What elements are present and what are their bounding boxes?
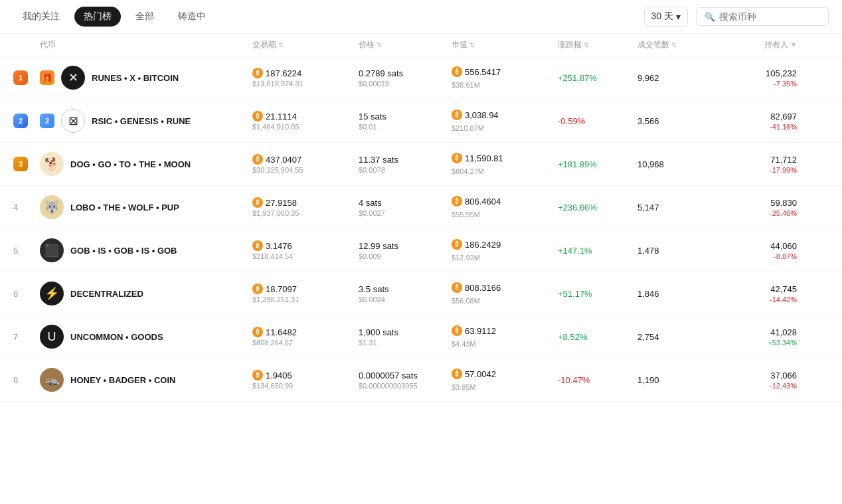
price-main: 0.2789 sats bbox=[359, 68, 452, 78]
table-row[interactable]: 3 🐕 DOG • GO • TO • THE • MOON ₿ 437.040… bbox=[0, 143, 842, 186]
holders-cell: 71,712 -17.99% bbox=[704, 155, 797, 174]
holders-cell: 42,745 -14.42% bbox=[704, 284, 797, 303]
coin-icon: ⬛ bbox=[40, 238, 64, 262]
holders-main: 105,232 bbox=[704, 68, 797, 78]
table-row[interactable]: 2 2 ⊠ RSIC • GENESIS • RUNE ₿ 21.1114 $1… bbox=[0, 100, 842, 143]
volume-main: 1.9405 bbox=[266, 371, 292, 380]
trades-cell: 9,962 bbox=[637, 73, 704, 83]
volume-main: 3.1476 bbox=[266, 241, 292, 251]
rank-cell-5: 5 bbox=[13, 246, 40, 256]
coin-cell: 🎁 ✕ RUNES • X • BITCOIN bbox=[40, 66, 252, 90]
btc-icon-mktcap: ₿ bbox=[452, 153, 462, 163]
trades-sort-icon: ⇅ bbox=[671, 41, 677, 48]
price-sub: $0.009 bbox=[359, 252, 452, 260]
col-mktcap[interactable]: 市值 ⇅ bbox=[452, 39, 558, 50]
change-cell: -10.47% bbox=[558, 375, 637, 385]
holders-cell: 59,830 -25.46% bbox=[704, 198, 797, 217]
table-row[interactable]: 7 U UNCOMMON • GOODS ₿ 11.6482 $808,264.… bbox=[0, 315, 842, 359]
time-period-select[interactable]: 30 天 ▾ bbox=[644, 7, 688, 27]
change-cell: -0.59% bbox=[558, 116, 637, 126]
time-period-label: 30 天 bbox=[651, 11, 673, 23]
mktcap-cell: ₿ 57.0042 $3.95M bbox=[452, 369, 558, 391]
col-rank bbox=[13, 39, 40, 50]
btc-icon-mktcap: ₿ bbox=[452, 325, 462, 336]
table-body: 1 🎁 ✕ RUNES • X • BITCOIN ₿ 187.6224 $13… bbox=[0, 56, 842, 402]
chevron-down-icon: ▾ bbox=[676, 11, 681, 22]
holders-main: 41,028 bbox=[704, 327, 797, 337]
volume-sub: $134,650.99 bbox=[252, 382, 359, 390]
btc-icon: ₿ bbox=[252, 68, 263, 78]
volume-cell: ₿ 11.6482 $808,264.67 bbox=[252, 327, 359, 347]
search-icon: 🔍 bbox=[705, 12, 715, 22]
price-main: 3.5 sats bbox=[359, 284, 452, 294]
mktcap-main: 186.2429 bbox=[465, 240, 501, 250]
coin-name: DECENTRALIZED bbox=[70, 289, 143, 299]
table-row[interactable]: 1 🎁 ✕ RUNES • X • BITCOIN ₿ 187.6224 $13… bbox=[0, 56, 842, 100]
tab-my-watch[interactable]: 我的关注 bbox=[13, 7, 69, 27]
rank-cell-3: 3 bbox=[13, 157, 40, 171]
rank-cell-8: 8 bbox=[13, 375, 40, 385]
mktcap-cell: ₿ 808.3166 $56.08M bbox=[452, 282, 558, 305]
mktcap-cell: ₿ 3,038.94 $210.87M bbox=[452, 110, 558, 132]
mktcap-cell: ₿ 63.9112 $4.43M bbox=[452, 325, 558, 348]
table-row[interactable]: 5 ⬛ GOB • IS • GOB • IS • GOB ₿ 3.1476 $… bbox=[0, 229, 842, 272]
coin-icon: 🦡 bbox=[40, 368, 64, 392]
mktcap-cell: ₿ 556.5417 $38.61M bbox=[452, 66, 558, 89]
coin-cell: 🐕 DOG • GO • TO • THE • MOON bbox=[40, 152, 252, 176]
table-row[interactable]: 6 ⚡ DECENTRALIZED ₿ 18.7097 $1,298,251.3… bbox=[0, 272, 842, 315]
price-sub: $0.0027 bbox=[359, 209, 452, 217]
mktcap-sort-icon: ⇅ bbox=[469, 41, 475, 48]
tab-hot[interactable]: 热门榜 bbox=[74, 7, 121, 27]
volume-sort-icon: ⇅ bbox=[278, 41, 284, 48]
change-cell: +51.17% bbox=[558, 289, 637, 299]
col-change[interactable]: 涨跌幅 ⇅ bbox=[558, 39, 637, 50]
btc-icon-mktcap: ₿ bbox=[452, 196, 462, 207]
price-main: 0.0000057 sats bbox=[359, 371, 452, 380]
price-main: 11.37 sats bbox=[359, 155, 452, 165]
volume-main: 18.7097 bbox=[266, 284, 297, 294]
coin-name: LOBO • THE • WOLF • PUP bbox=[70, 203, 179, 212]
volume-cell: ₿ 1.9405 $134,650.99 bbox=[252, 370, 359, 390]
trades-cell: 1,478 bbox=[637, 246, 704, 256]
mktcap-main: 806.4604 bbox=[465, 197, 501, 207]
holders-cell: 105,232 -7.35% bbox=[704, 68, 797, 88]
table-row[interactable]: 8 🦡 HONEY • BADGER • COIN ₿ 1.9405 $134,… bbox=[0, 359, 842, 402]
holders-sub: -14.42% bbox=[704, 295, 797, 303]
holders-main: 44,060 bbox=[704, 241, 797, 251]
coin-icon: ⚡ bbox=[40, 282, 64, 305]
table-row[interactable]: 4 🐺 LOBO • THE • WOLF • PUP ₿ 27.9158 $1… bbox=[0, 186, 842, 229]
col-coin: 代币 bbox=[40, 39, 252, 50]
col-price[interactable]: 价格 ⇅ bbox=[359, 39, 452, 50]
mktcap-sub: $3.95M bbox=[452, 383, 476, 391]
coin-cell: 2 ⊠ RSIC • GENESIS • RUNE bbox=[40, 109, 252, 133]
mktcap-sub: $4.43M bbox=[452, 340, 476, 348]
price-sub: $0.000000003955 bbox=[359, 382, 452, 390]
nav-right-controls: 30 天 ▾ 🔍 bbox=[644, 7, 829, 27]
price-cell: 12.99 sats $0.009 bbox=[359, 241, 452, 260]
col-holders[interactable]: 持有人 ▼ bbox=[704, 39, 797, 50]
coin-badge: 2 bbox=[40, 114, 54, 128]
tab-minting[interactable]: 铸造中 bbox=[169, 7, 215, 27]
trades-cell: 5,147 bbox=[637, 203, 704, 212]
btc-icon-mktcap: ₿ bbox=[452, 239, 462, 250]
volume-sub: $218,414.54 bbox=[252, 252, 359, 260]
price-main: 15 sats bbox=[359, 112, 452, 122]
col-volume[interactable]: 交易额 ⇅ bbox=[252, 39, 359, 50]
trades-cell: 2,754 bbox=[637, 332, 704, 342]
holders-sub: -17.99% bbox=[704, 166, 797, 174]
holders-main: 82,697 bbox=[704, 112, 797, 122]
change-cell: +147.1% bbox=[558, 246, 637, 256]
holders-cell: 44,060 -8.87% bbox=[704, 241, 797, 260]
change-sort-icon: ⇅ bbox=[584, 41, 589, 48]
coin-icon: ⊠ bbox=[61, 109, 85, 133]
search-input[interactable] bbox=[719, 11, 820, 22]
holders-cell: 37,066 -12.43% bbox=[704, 371, 797, 390]
col-trades[interactable]: 成交笔数 ⇅ bbox=[637, 39, 704, 50]
price-cell: 11.37 sats $0.0078 bbox=[359, 155, 452, 174]
btc-icon: ₿ bbox=[252, 327, 263, 337]
holders-sort-icon: ▼ bbox=[790, 41, 797, 48]
coin-icon: 🐺 bbox=[40, 195, 64, 219]
tab-all[interactable]: 全部 bbox=[126, 7, 163, 27]
price-main: 4 sats bbox=[359, 198, 452, 208]
price-sub: $0.0024 bbox=[359, 295, 452, 303]
